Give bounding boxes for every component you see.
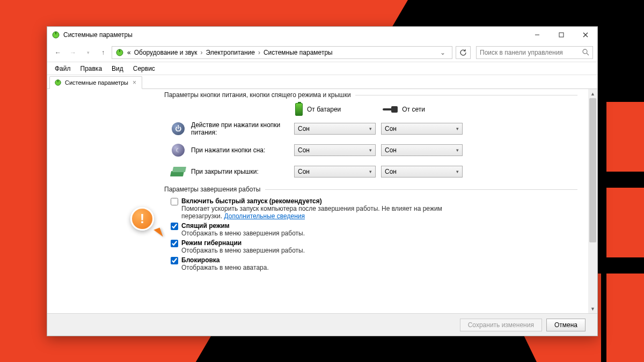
svg-point-8 bbox=[583, 49, 587, 54]
select-power-plugged[interactable]: Сон▾ bbox=[381, 123, 463, 135]
option-desc: Помогает ускорить запуск компьютера посл… bbox=[181, 205, 471, 220]
svg-rect-1 bbox=[55, 32, 56, 34]
tab-icon bbox=[54, 79, 62, 86]
tab-close-button[interactable]: × bbox=[131, 79, 137, 86]
window-title: Системные параметры bbox=[63, 31, 133, 39]
chevron-down-icon: ▾ bbox=[369, 147, 372, 153]
row-lid-close: При закрытии крышки: Сон▾ Сон▾ bbox=[164, 164, 588, 179]
option-desc: Отображать в меню завершения работы. bbox=[181, 247, 471, 254]
svg-rect-7 bbox=[119, 49, 120, 52]
menu-view[interactable]: Вид bbox=[107, 64, 128, 73]
svg-rect-3 bbox=[559, 33, 564, 37]
navbar: ← → ▾ ↑ « Оборудование и звук › Электроп… bbox=[47, 43, 597, 62]
row-power-button: Действие при нажатии кнопки питания: Сон… bbox=[164, 121, 588, 136]
chevron-down-icon: ▾ bbox=[369, 126, 372, 131]
breadcrumb-prefix: « bbox=[127, 49, 131, 56]
more-info-link[interactable]: Дополнительные сведения bbox=[224, 212, 304, 220]
select-lid-plugged[interactable]: Сон▾ bbox=[381, 166, 463, 178]
battery-icon bbox=[295, 103, 303, 116]
search-input[interactable] bbox=[480, 49, 582, 56]
svg-line-9 bbox=[587, 53, 589, 55]
titlebar: Системные параметры bbox=[47, 27, 597, 43]
option-fast-startup: Включить быстрый запуск (рекомендуется) … bbox=[171, 197, 471, 220]
row-sleep-button: При нажатии кнопки сна: Сон▾ Сон▾ bbox=[164, 143, 588, 158]
sleep-button-icon bbox=[172, 144, 185, 157]
address-bar[interactable]: « Оборудование и звук › Электропитание ›… bbox=[112, 46, 452, 59]
chevron-right-icon: › bbox=[201, 49, 203, 56]
section-shutdown-title: Параметры завершения работы bbox=[164, 186, 588, 193]
menu-service[interactable]: Сервис bbox=[129, 64, 159, 73]
option-title: Включить быстрый запуск (рекомендуется) bbox=[181, 197, 471, 205]
save-button[interactable]: Сохранить изменения bbox=[460, 319, 542, 331]
app-icon bbox=[52, 31, 60, 39]
select-lid-battery[interactable]: Сон▾ bbox=[294, 166, 376, 178]
row-label: При закрытии крышки: bbox=[191, 168, 289, 175]
address-dropdown[interactable]: ⌄ bbox=[437, 49, 449, 56]
scrollbar-vertical[interactable]: ▲ ▼ bbox=[588, 89, 597, 313]
scroll-up-button[interactable]: ▲ bbox=[588, 89, 597, 98]
close-button[interactable] bbox=[573, 27, 597, 43]
menu-edit[interactable]: Правка bbox=[76, 64, 107, 73]
checkbox-lock[interactable] bbox=[171, 257, 178, 264]
lid-close-icon bbox=[171, 167, 186, 176]
checkbox-fast-startup[interactable] bbox=[171, 198, 178, 205]
tabbar: Системные параметры × bbox=[47, 75, 597, 89]
chevron-down-icon: ▾ bbox=[456, 169, 459, 174]
checkbox-hibernate[interactable] bbox=[171, 240, 178, 247]
plug-icon bbox=[383, 106, 398, 113]
minimize-button[interactable] bbox=[525, 27, 549, 43]
back-button[interactable]: ← bbox=[52, 46, 64, 59]
select-sleep-plugged[interactable]: Сон▾ bbox=[381, 144, 463, 156]
scroll-thumb[interactable] bbox=[589, 98, 596, 242]
refresh-button[interactable] bbox=[456, 46, 471, 59]
chevron-down-icon: ▾ bbox=[369, 169, 372, 174]
option-hibernate: Режим гибернации Отображать в меню завер… bbox=[171, 239, 471, 254]
menubar: Файл Правка Вид Сервис bbox=[47, 62, 597, 75]
tab-system-settings[interactable]: Системные параметры × bbox=[49, 76, 142, 89]
cancel-button[interactable]: Отмена bbox=[546, 319, 586, 331]
menu-file[interactable]: Файл bbox=[50, 64, 75, 73]
chevron-right-icon: › bbox=[258, 49, 260, 56]
option-desc: Отображать в меню завершения работы. bbox=[181, 230, 471, 237]
chevron-down-icon: ▾ bbox=[456, 147, 459, 153]
address-icon bbox=[115, 48, 124, 57]
breadcrumb-item[interactable]: Электропитание bbox=[206, 49, 255, 56]
search-box[interactable] bbox=[476, 46, 593, 59]
option-title: Спящий режим bbox=[181, 222, 471, 230]
search-icon bbox=[582, 49, 589, 56]
up-button[interactable]: ↑ bbox=[97, 46, 109, 59]
footer: Сохранить изменения Отмена bbox=[47, 313, 597, 336]
breadcrumb-item[interactable]: Оборудование и звук bbox=[134, 49, 197, 56]
recent-dropdown[interactable]: ▾ bbox=[82, 46, 94, 59]
select-sleep-battery[interactable]: Сон▾ bbox=[294, 144, 376, 156]
checkbox-sleep[interactable] bbox=[171, 223, 178, 230]
row-label: Действие при нажатии кнопки питания: bbox=[191, 121, 289, 136]
option-title: Блокировка bbox=[181, 256, 471, 264]
forward-button[interactable]: → bbox=[67, 46, 79, 59]
window: Системные параметры ← → ▾ ↑ « Оборудован… bbox=[47, 26, 598, 336]
scroll-track[interactable] bbox=[588, 98, 597, 304]
option-title: Режим гибернации bbox=[181, 239, 471, 247]
select-power-battery[interactable]: Сон▾ bbox=[294, 123, 376, 135]
row-label: При нажатии кнопки сна: bbox=[191, 146, 289, 154]
breadcrumb-item[interactable]: Системные параметры bbox=[264, 49, 333, 56]
maximize-button[interactable] bbox=[549, 27, 573, 43]
power-button-icon bbox=[172, 122, 185, 135]
option-sleep: Спящий режим Отображать в меню завершени… bbox=[171, 222, 471, 237]
option-desc: Отображать в меню аватара. bbox=[181, 264, 471, 271]
column-plugged: От сети bbox=[383, 106, 425, 113]
chevron-down-icon: ▾ bbox=[456, 126, 459, 131]
column-battery: От батареи bbox=[295, 103, 341, 116]
tab-label: Системные параметры bbox=[65, 79, 128, 86]
scroll-down-button[interactable]: ▼ bbox=[588, 304, 597, 313]
section-power-buttons-title: Параметры кнопки питания, кнопки спящего… bbox=[164, 91, 588, 99]
content-area: Параметры кнопки питания, кнопки спящего… bbox=[47, 89, 597, 336]
svg-rect-11 bbox=[57, 80, 58, 82]
option-lock: Блокировка Отображать в меню аватара. bbox=[171, 256, 471, 271]
